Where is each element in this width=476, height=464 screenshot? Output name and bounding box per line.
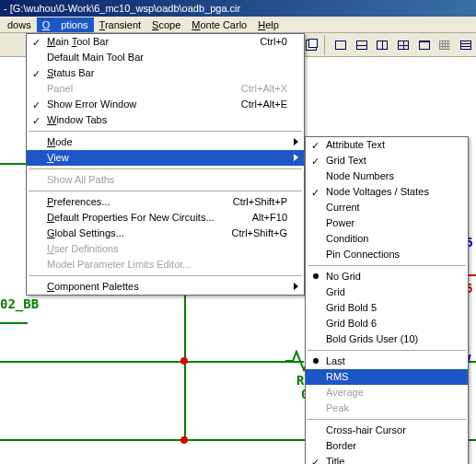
mi-default-toolbar[interactable]: Default Main Tool Bar bbox=[27, 50, 304, 65]
vi-last[interactable]: Last bbox=[306, 354, 468, 369]
checkmark-icon: ✓ bbox=[32, 98, 41, 113]
checkmark-icon: ✓ bbox=[32, 113, 41, 129]
menu-separator bbox=[308, 419, 466, 420]
vi-border[interactable]: Border bbox=[306, 438, 468, 454]
menu-options[interactable]: Options bbox=[37, 17, 94, 32]
vi-attribute-text[interactable]: ✓Attribute Text bbox=[306, 137, 468, 153]
menu-montecarlo[interactable]: Monte Carlo bbox=[186, 17, 252, 32]
toolbar-list[interactable] bbox=[456, 35, 476, 55]
window-title: - [G:\wuhou\0-Work\6_mc10_wsp\oadb\oadb_… bbox=[4, 3, 240, 14]
vi-crosshair[interactable]: Cross-hair Cursor bbox=[306, 423, 468, 438]
checkmark-icon: ✓ bbox=[32, 66, 41, 82]
radio-icon bbox=[313, 358, 319, 364]
wire bbox=[0, 322, 28, 324]
vi-peak[interactable]: Peak bbox=[306, 400, 468, 416]
checkmark-icon: ✓ bbox=[311, 455, 319, 464]
menu-separator bbox=[308, 265, 466, 266]
mi-main-toolbar[interactable]: ✓Main Tool BarCtrl+0 bbox=[27, 34, 304, 50]
vi-pin-connections[interactable]: Pin Connections bbox=[306, 247, 468, 262]
toolbar-tile-h[interactable] bbox=[352, 35, 372, 55]
menu-help[interactable]: Help bbox=[252, 17, 284, 32]
mi-global-settings[interactable]: Global Settings...Ctrl+Shift+G bbox=[27, 226, 304, 241]
radio-icon bbox=[313, 273, 319, 279]
toolbar-cascade[interactable] bbox=[331, 35, 351, 55]
view-submenu: ✓Attribute Text ✓Grid Text Node Numbers … bbox=[305, 136, 469, 464]
vi-rms[interactable]: RMS bbox=[306, 369, 468, 385]
node bbox=[180, 357, 188, 365]
title-bar: - [G:\wuhou\0-Work\6_mc10_wsp\oadb\oadb_… bbox=[0, 0, 476, 17]
mi-preferences[interactable]: Preferences...Ctrl+Shift+P bbox=[27, 194, 304, 210]
mi-window-tabs[interactable]: ✓Window Tabs bbox=[27, 112, 304, 128]
label-02bb: 02_BB bbox=[0, 296, 39, 311]
checkmark-icon: ✓ bbox=[311, 138, 319, 154]
menu-bar: dows Options Transient Scope Monte Carlo… bbox=[0, 17, 476, 33]
vi-bold-grids-user[interactable]: Bold Grids User (10) bbox=[306, 331, 468, 347]
toolbar-separator bbox=[324, 35, 328, 55]
submenu-arrow-icon bbox=[294, 138, 298, 145]
menu-scope[interactable]: Scope bbox=[146, 17, 186, 32]
wire bbox=[0, 163, 28, 165]
vi-average[interactable]: Average bbox=[306, 385, 468, 400]
submenu-arrow-icon bbox=[294, 154, 298, 161]
mi-status-bar[interactable]: ✓Status Bar bbox=[27, 65, 304, 81]
menu-separator bbox=[29, 168, 302, 169]
options-dropdown: ✓Main Tool BarCtrl+0 Default Main Tool B… bbox=[26, 33, 305, 296]
vi-grid-bold6[interactable]: Grid Bold 6 bbox=[306, 316, 468, 331]
vi-title[interactable]: ✓Title bbox=[306, 454, 468, 464]
node bbox=[180, 436, 188, 444]
toolbar-grid[interactable] bbox=[435, 35, 456, 55]
checkmark-icon: ✓ bbox=[311, 154, 319, 169]
mi-show-error[interactable]: ✓Show Error WindowCtrl+Alt+E bbox=[27, 97, 304, 112]
vi-grid[interactable]: Grid bbox=[306, 284, 468, 300]
menu-separator bbox=[29, 275, 302, 276]
menu-separator bbox=[29, 131, 302, 132]
submenu-arrow-icon bbox=[294, 283, 298, 290]
mi-model-params[interactable]: Model Parameter Limits Editor... bbox=[27, 257, 304, 273]
checkmark-icon: ✓ bbox=[311, 185, 319, 201]
vi-power[interactable]: Power bbox=[306, 215, 468, 231]
vi-node-voltages[interactable]: ✓Node Voltages / States bbox=[306, 184, 468, 200]
menu-windows[interactable]: dows bbox=[2, 17, 37, 32]
toolbar-tile-v[interactable] bbox=[373, 35, 393, 55]
mi-view[interactable]: View bbox=[27, 150, 304, 166]
mi-default-props[interactable]: Default Properties For New Circuits...Al… bbox=[27, 210, 304, 226]
toolbar-grid4[interactable] bbox=[393, 35, 413, 55]
vi-current[interactable]: Current bbox=[306, 200, 468, 215]
mi-panel[interactable]: PanelCtrl+Alt+X bbox=[27, 81, 304, 97]
vi-grid-text[interactable]: ✓Grid Text bbox=[306, 153, 468, 168]
wire bbox=[0, 361, 304, 363]
mi-mode[interactable]: Mode bbox=[27, 134, 304, 150]
checkmark-icon: ✓ bbox=[32, 35, 41, 51]
mi-show-all-paths[interactable]: Show All Paths bbox=[27, 172, 304, 188]
mi-user-defs[interactable]: User Definitions bbox=[27, 241, 304, 257]
vi-node-numbers[interactable]: Node Numbers bbox=[306, 168, 468, 184]
toolbar-max[interactable] bbox=[414, 35, 435, 55]
menu-transient[interactable]: Transient bbox=[94, 17, 146, 32]
vi-grid-bold5[interactable]: Grid Bold 5 bbox=[306, 300, 468, 316]
menu-separator bbox=[308, 350, 466, 351]
menu-separator bbox=[29, 191, 302, 191]
mi-component-palettes[interactable]: Component Palettes bbox=[27, 279, 304, 295]
vi-no-grid[interactable]: No Grid bbox=[306, 269, 468, 284]
vi-condition[interactable]: Condition bbox=[306, 231, 468, 247]
